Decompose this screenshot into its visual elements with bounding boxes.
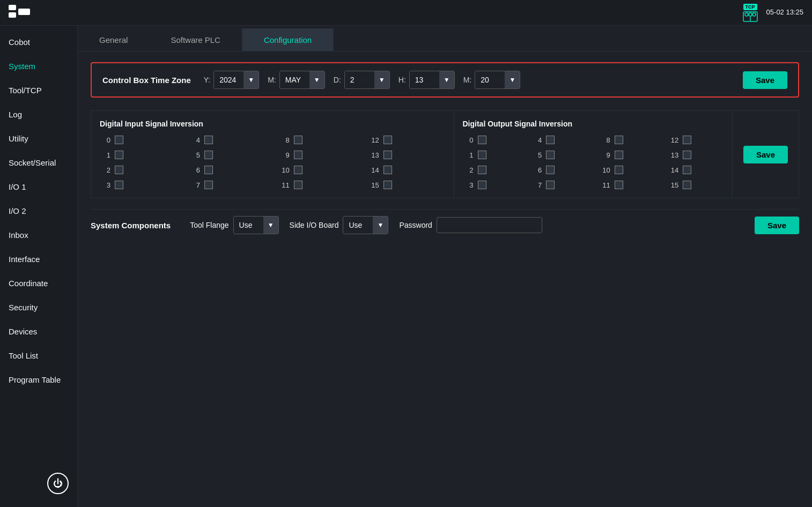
- digital-output-title: Digital Output Signal Inversion: [463, 120, 724, 128]
- signal-output-item-11: 11: [600, 181, 655, 189]
- signal-output-checkbox-3[interactable]: [478, 181, 486, 189]
- power-button[interactable]: ⏻: [47, 473, 69, 494]
- sidebar-item-program-table[interactable]: Program Table: [0, 368, 77, 392]
- signal-input-checkbox-10[interactable]: [294, 166, 302, 174]
- minute-label: M:: [463, 76, 472, 84]
- tab-software-plc[interactable]: Software PLC: [149, 28, 242, 51]
- sidebar-item-interface[interactable]: Interface: [0, 247, 77, 271]
- sidebar-item-log[interactable]: Log: [0, 102, 77, 126]
- signal-output-checkbox-0[interactable]: [478, 136, 486, 144]
- side-io-select[interactable]: Use ▼: [343, 216, 388, 234]
- hour-label: H:: [398, 76, 406, 84]
- password-input[interactable]: [437, 217, 542, 233]
- digital-output-section: Digital Output Signal Inversion 0 4 8 12…: [454, 110, 733, 198]
- sidebar-item-system[interactable]: System: [0, 54, 77, 78]
- signal-input-checkbox-13[interactable]: [383, 151, 392, 159]
- side-io-value: Use: [343, 217, 373, 234]
- signal-input-checkbox-11[interactable]: [294, 181, 302, 189]
- password-group: Password: [399, 217, 542, 233]
- minute-chevron[interactable]: ▼: [505, 71, 520, 88]
- tab-general[interactable]: General: [78, 28, 149, 51]
- sidebar-item-io2[interactable]: I/O 2: [0, 199, 77, 223]
- signal-output-checkbox-11[interactable]: [615, 181, 623, 189]
- signal-input-checkbox-8[interactable]: [294, 136, 302, 144]
- signal-output-item-2: 2: [463, 166, 519, 174]
- svg-point-7: [752, 13, 756, 16]
- content-area: General Software PLC Configuration Contr…: [78, 26, 812, 507]
- signal-input-item-9: 9: [279, 151, 356, 159]
- signal-output-checkbox-13[interactable]: [683, 151, 691, 159]
- sidebar-item-io1[interactable]: I/O 1: [0, 175, 77, 199]
- signal-input-checkbox-5[interactable]: [204, 151, 213, 159]
- signal-output-checkbox-14[interactable]: [683, 166, 691, 174]
- sidebar-item-coordinate[interactable]: Coordinate: [0, 271, 77, 295]
- svg-rect-0: [9, 5, 16, 10]
- signal-input-item-2: 2: [100, 166, 176, 174]
- signal-input-checkbox-15[interactable]: [383, 181, 392, 189]
- topbar-right: TCP 05-02 13:25: [743, 4, 803, 22]
- signal-output-checkbox-4[interactable]: [546, 136, 555, 144]
- timezone-save-button[interactable]: Save: [743, 71, 787, 89]
- side-io-label: Side I/O Board: [290, 221, 339, 229]
- sidebar-item-cobot[interactable]: Cobot: [0, 30, 77, 54]
- signal-input-checkbox-7[interactable]: [204, 181, 213, 189]
- signal-input-item-7: 7: [189, 181, 266, 189]
- signal-output-checkbox-15[interactable]: [683, 181, 691, 189]
- signal-input-checkbox-9[interactable]: [294, 151, 302, 159]
- signal-input-item-8: 8: [279, 136, 356, 144]
- signal-input-item-0: 0: [100, 136, 176, 144]
- digital-input-section: Digital Input Signal Inversion 0 4 8 12 …: [91, 110, 454, 198]
- signal-output-checkbox-1[interactable]: [478, 151, 486, 159]
- sidebar-item-tool-tcp[interactable]: Tool/TCP: [0, 78, 77, 102]
- tool-flange-chevron[interactable]: ▼: [263, 217, 278, 234]
- signal-output-item-1: 1: [463, 151, 519, 159]
- signal-input-checkbox-3[interactable]: [115, 181, 123, 189]
- minute-select-wrapper: 20 ▼: [475, 71, 520, 89]
- hour-select-wrapper: 13 ▼: [409, 71, 455, 89]
- signal-output-checkbox-12[interactable]: [683, 136, 691, 144]
- signal-save-button[interactable]: Save: [743, 146, 788, 163]
- signal-input-checkbox-0[interactable]: [115, 136, 123, 144]
- signal-input-item-1: 1: [100, 151, 176, 159]
- signal-input-item-3: 3: [100, 181, 176, 189]
- sidebar-item-utility[interactable]: Utility: [0, 126, 77, 151]
- signal-output-checkbox-5[interactable]: [546, 151, 555, 159]
- signal-output-checkbox-8[interactable]: [615, 136, 623, 144]
- topbar: TCP 05-02 13:25: [0, 0, 812, 26]
- tool-flange-select[interactable]: Use ▼: [233, 216, 279, 234]
- hour-value: 13: [410, 71, 439, 88]
- tab-bar: General Software PLC Configuration: [78, 26, 812, 51]
- sidebar-item-devices[interactable]: Devices: [0, 319, 77, 344]
- hour-chevron[interactable]: ▼: [439, 71, 454, 88]
- svg-point-6: [749, 13, 752, 16]
- day-label: D:: [334, 76, 341, 84]
- signal-output-item-0: 0: [463, 136, 519, 144]
- month-chevron[interactable]: ▼: [309, 71, 324, 88]
- signal-input-checkbox-4[interactable]: [204, 136, 213, 144]
- signal-output-checkbox-6[interactable]: [546, 166, 555, 174]
- sidebar-item-inbox[interactable]: Inbox: [0, 223, 77, 247]
- system-components-save-button[interactable]: Save: [755, 217, 799, 234]
- signal-output-checkbox-9[interactable]: [615, 151, 623, 159]
- sidebar-item-tool-list[interactable]: Tool List: [0, 344, 77, 368]
- signal-output-checkbox-2[interactable]: [478, 166, 486, 174]
- day-chevron[interactable]: ▼: [374, 71, 389, 88]
- side-io-chevron[interactable]: ▼: [373, 217, 388, 234]
- signal-output-checkbox-7[interactable]: [546, 181, 555, 189]
- tab-configuration[interactable]: Configuration: [242, 28, 334, 51]
- timezone-label: Control Box Time Zone: [102, 76, 191, 85]
- minute-group: M: 20 ▼: [463, 71, 521, 89]
- signal-input-checkbox-6[interactable]: [204, 166, 213, 174]
- signal-input-checkbox-14[interactable]: [383, 166, 392, 174]
- signal-input-item-13: 13: [368, 151, 445, 159]
- signal-input-checkbox-2[interactable]: [115, 166, 123, 174]
- sidebar-item-socket-serial[interactable]: Socket/Serial: [0, 151, 77, 175]
- year-chevron[interactable]: ▼: [243, 71, 259, 88]
- signal-output-item-7: 7: [531, 181, 587, 189]
- signal-output-item-10: 10: [600, 166, 655, 174]
- signal-input-checkbox-1[interactable]: [115, 151, 123, 159]
- signal-output-checkbox-10[interactable]: [615, 166, 623, 174]
- sidebar-item-security[interactable]: Security: [0, 295, 77, 319]
- digital-input-title: Digital Input Signal Inversion: [100, 120, 445, 128]
- signal-input-checkbox-12[interactable]: [383, 136, 392, 144]
